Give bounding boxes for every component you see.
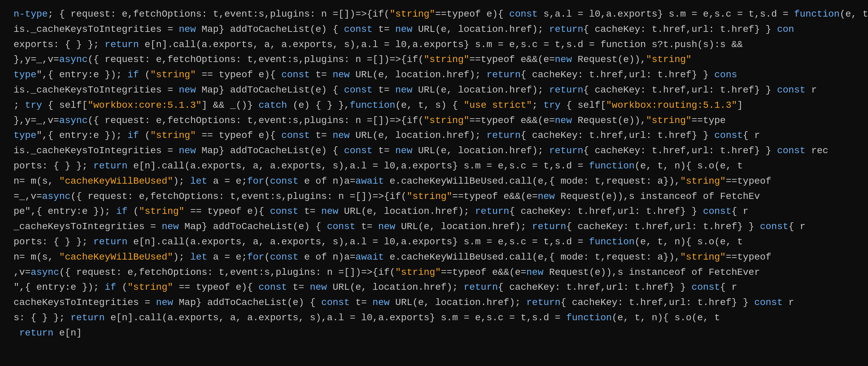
code-line-21: s: { } }; return e[n].call(a.exports, a,…: [14, 310, 854, 326]
code-line-7: ; try { self["workbox:core:5.1.3"] && _(…: [14, 98, 854, 113]
code-line-14: pe",{ entry:e }); if ("string" == typeof…: [14, 204, 854, 219]
code-line-18: ,v=async({ request: e,fetchOptions: t,ev…: [14, 265, 854, 280]
code-line-3: exports: { } }; return e[n].call(a.expor…: [14, 37, 854, 53]
code-line-19: ",{ entry:e }); if ("string" == typeof e…: [14, 280, 854, 295]
code-line-20: cacheKeysToIntegrities = new Map} addToC…: [14, 295, 854, 310]
code-line-12: n= m(s, "cacheKeyWillBeUsed"); let a = e…: [14, 174, 854, 189]
code-line-4: },y=_,v=async({ request: e,fetchOptions:…: [14, 52, 854, 67]
code-line-8: },y=_,v=async({ request: e,fetchOptions:…: [14, 113, 854, 128]
code-line-10: is._cacheKeysToIntegrities = new Map} ad…: [14, 143, 854, 159]
code-line-11: ports: { } }; return e[n].call(a.exports…: [14, 159, 854, 174]
code-display: n-type; { request: e,fetchOptions: t,eve…: [0, 0, 868, 366]
code-line-13: =_,v=async({ request: e,fetchOptions: t,…: [14, 189, 854, 204]
code-line-5: type",{ entry:e }); if ("string" == type…: [14, 67, 854, 83]
code-line-17: n= m(s, "cacheKeyWillBeUsed"); let a = e…: [14, 250, 854, 265]
code-line-6: is._cacheKeysToIntegrities = new Map} ad…: [14, 83, 854, 98]
code-line-9: type",{ entry:e }); if ("string" == type…: [14, 128, 854, 143]
code-line-15: _cacheKeysToIntegrities = new Map} addTo…: [14, 219, 854, 235]
code-line-16: ports: { } }; return e[n].call(a.exports…: [14, 235, 854, 250]
code-line-1: n-type; { request: e,fetchOptions: t,eve…: [14, 7, 854, 22]
code-line-22: return e[n]: [14, 326, 854, 341]
code-line-2: is._cacheKeysToIntegrities = new Map} ad…: [14, 22, 854, 37]
